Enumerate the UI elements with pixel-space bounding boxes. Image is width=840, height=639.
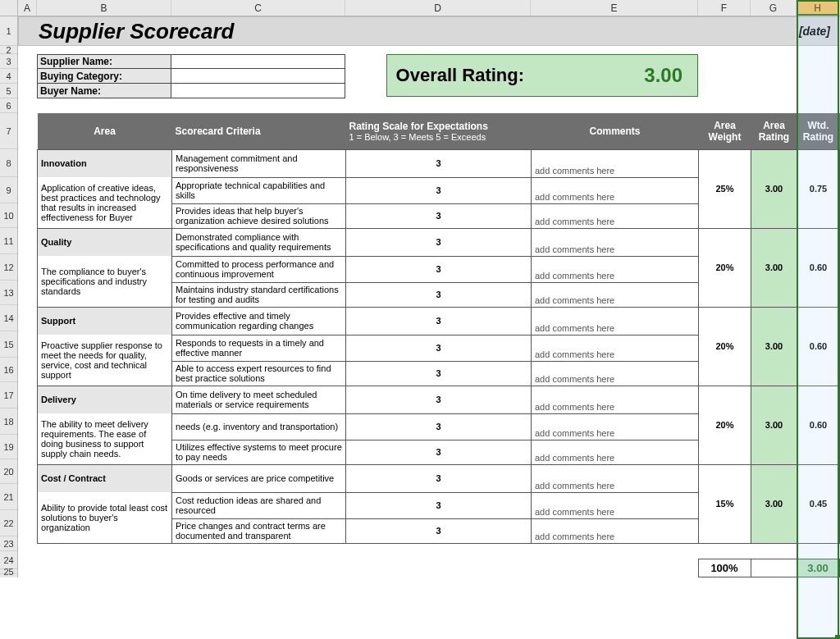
area-weight-cell[interactable]: 20% — [699, 386, 751, 464]
row-header-23[interactable]: 23 — [0, 536, 17, 551]
table-row[interactable]: Cost / ContractGoods or services are pri… — [38, 464, 840, 492]
col-header-H[interactable]: H — [797, 0, 839, 16]
row-header-20[interactable]: 20 — [0, 459, 17, 484]
criteria-cell[interactable]: Goods or services are price competitive — [172, 464, 346, 492]
row-header-3[interactable]: 3 — [0, 54, 17, 69]
table-row[interactable]: InnovationManagement commitment and resp… — [38, 149, 840, 177]
criteria-cell[interactable]: Provides ideas that help buyer's organiz… — [172, 203, 346, 228]
criteria-cell[interactable]: Price changes and contract terms are doc… — [172, 518, 346, 543]
col-header-A[interactable]: A — [18, 0, 37, 16]
row-header-9[interactable]: 9 — [0, 177, 17, 203]
criteria-cell[interactable]: Maintains industry standard certificatio… — [172, 282, 346, 307]
criteria-cell[interactable]: Provides effective and timely communicat… — [172, 307, 346, 335]
table-row[interactable]: QualityDemonstrated compliance with spec… — [38, 228, 840, 256]
row-header-17[interactable]: 17 — [0, 382, 17, 409]
col-header-C[interactable]: C — [171, 0, 345, 16]
comments-cell[interactable]: add comments here — [532, 307, 699, 335]
comments-cell[interactable]: add comments here — [532, 203, 699, 228]
overall-rating-label: Overall Rating: — [387, 55, 531, 96]
row-header-2[interactable]: 2 — [0, 46, 17, 54]
row-header-5[interactable]: 5 — [0, 84, 17, 98]
area-rating-cell: 3.00 — [751, 228, 797, 307]
row-header-gutter[interactable]: 1234567891011121314151617181920212223242… — [0, 16, 18, 577]
row-header-11[interactable]: 11 — [0, 228, 17, 254]
row-header-10[interactable]: 10 — [0, 203, 17, 228]
area-weight-cell[interactable]: 15% — [699, 464, 751, 543]
rating-cell[interactable]: 3 — [346, 464, 532, 492]
criteria-cell[interactable]: Cost reduction ideas are shared and reso… — [172, 492, 346, 518]
column-header-row[interactable]: A B C D E F G H — [0, 0, 840, 16]
rating-cell[interactable]: 3 — [346, 149, 532, 177]
comments-cell[interactable]: add comments here — [532, 518, 699, 543]
criteria-cell[interactable]: Appropriate technical capabilities and s… — [172, 177, 346, 203]
row-header-19[interactable]: 19 — [0, 435, 17, 459]
table-row[interactable]: SupportProvides effective and timely com… — [38, 307, 840, 335]
col-header-F[interactable]: F — [698, 0, 751, 16]
col-header-D[interactable]: D — [345, 0, 531, 16]
rating-cell[interactable]: 3 — [346, 307, 532, 335]
area-weight-cell[interactable]: 20% — [699, 228, 751, 307]
criteria-cell[interactable]: Utilizes effective systems to meet procu… — [172, 440, 346, 464]
row-header-16[interactable]: 16 — [0, 358, 17, 382]
area-description: The compliance to buyer's specifications… — [38, 256, 172, 307]
row-header-13[interactable]: 13 — [0, 281, 17, 305]
comments-cell[interactable]: add comments here — [532, 361, 699, 386]
row-header-21[interactable]: 21 — [0, 484, 17, 510]
criteria-cell[interactable]: Management commitment and responsiveness — [172, 149, 346, 177]
criteria-cell[interactable]: needs (e.g. inventory and transportation… — [172, 413, 346, 440]
rating-cell[interactable]: 3 — [346, 228, 532, 256]
criteria-cell[interactable]: Committed to process performance and con… — [172, 256, 346, 282]
rating-cell[interactable]: 3 — [346, 203, 532, 228]
select-all-corner[interactable] — [0, 0, 18, 16]
comments-cell[interactable]: add comments here — [532, 228, 699, 256]
area-name: Innovation — [38, 149, 172, 177]
scorecard-table[interactable]: Area Scorecard Criteria Rating Scale for… — [37, 113, 840, 544]
comments-cell[interactable]: add comments here — [532, 492, 699, 518]
selection-fill-handle[interactable] — [835, 635, 840, 639]
col-header-B[interactable]: B — [37, 0, 171, 16]
rating-cell[interactable]: 3 — [346, 361, 532, 386]
row-header-18[interactable]: 18 — [0, 409, 17, 435]
area-weight-cell[interactable]: 20% — [699, 307, 751, 386]
row-header-6[interactable]: 6 — [0, 98, 17, 113]
buyer-name-cell[interactable] — [171, 84, 345, 98]
comments-cell[interactable]: add comments here — [532, 440, 699, 464]
row-header-1[interactable]: 1 — [0, 16, 17, 46]
comments-cell[interactable]: add comments here — [532, 177, 699, 203]
rating-cell[interactable]: 3 — [346, 386, 532, 413]
row-header-14[interactable]: 14 — [0, 305, 17, 331]
comments-cell[interactable]: add comments here — [532, 464, 699, 492]
rating-cell[interactable]: 3 — [346, 440, 532, 464]
col-header-G[interactable]: G — [751, 0, 797, 16]
row-header-8[interactable]: 8 — [0, 149, 17, 177]
buying-category-cell[interactable] — [171, 69, 345, 84]
rating-cell[interactable]: 3 — [346, 518, 532, 543]
rating-cell[interactable]: 3 — [346, 177, 532, 203]
row-header-12[interactable]: 12 — [0, 254, 17, 281]
criteria-cell[interactable]: Able to access expert resources to find … — [172, 361, 346, 386]
row-header-15[interactable]: 15 — [0, 331, 17, 358]
rating-cell[interactable]: 3 — [346, 413, 532, 440]
row-header-25[interactable]: 25 — [0, 569, 17, 574]
criteria-cell[interactable]: On time delivery to meet scheduled mater… — [172, 386, 346, 413]
col-header-E[interactable]: E — [531, 0, 698, 16]
supplier-name-cell[interactable] — [171, 54, 345, 69]
criteria-cell[interactable]: Responds to requests in a timely and eff… — [172, 335, 346, 361]
comments-cell[interactable]: add comments here — [532, 413, 699, 440]
criteria-cell[interactable]: Demonstrated compliance with specificati… — [172, 228, 346, 256]
row-header-4[interactable]: 4 — [0, 69, 17, 84]
rating-cell[interactable]: 3 — [346, 492, 532, 518]
comments-cell[interactable]: add comments here — [532, 386, 699, 413]
rating-cell[interactable]: 3 — [346, 256, 532, 282]
rating-cell[interactable]: 3 — [346, 335, 532, 361]
row-header-22[interactable]: 22 — [0, 510, 17, 536]
comments-cell[interactable]: add comments here — [532, 256, 699, 282]
table-row[interactable]: DeliveryOn time delivery to meet schedul… — [38, 386, 840, 413]
comments-cell[interactable]: add comments here — [532, 282, 699, 307]
wtd-rating-cell: 0.75 — [797, 149, 840, 228]
comments-cell[interactable]: add comments here — [532, 335, 699, 361]
rating-cell[interactable]: 3 — [346, 282, 532, 307]
row-header-7[interactable]: 7 — [0, 113, 17, 149]
area-weight-cell[interactable]: 25% — [699, 149, 751, 228]
comments-cell[interactable]: add comments here — [532, 149, 699, 177]
